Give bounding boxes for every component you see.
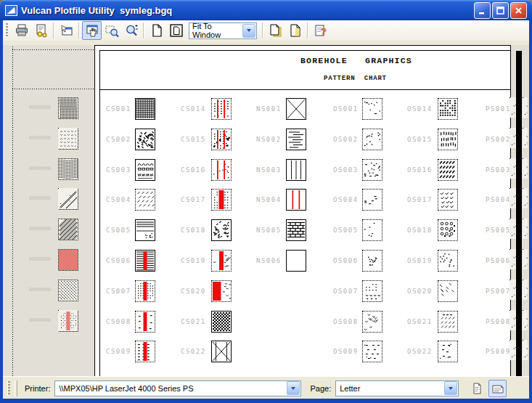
actual-size-button[interactable] [147, 21, 166, 40]
print-setup-button[interactable] [31, 21, 51, 40]
pattern-label: CS015 [181, 136, 206, 143]
pattern-swatch-redlines-2 [286, 189, 306, 211]
page-icon [150, 23, 164, 38]
export-icon [60, 23, 74, 38]
pattern-label: CS008 [106, 318, 131, 325]
pattern-swatch-hdash-dots [362, 341, 382, 362]
pattern-label: OS020 [407, 288, 433, 295]
printer-bar-grip[interactable] [7, 381, 10, 396]
print-icon [15, 23, 29, 38]
app-window: Vulcan Plotfile Utility symleg.bgq [0, 0, 532, 403]
pattern-swatch-dots-cluster [362, 250, 382, 272]
previous-page-button[interactable] [266, 21, 285, 40]
pattern-swatch-dots-scatter-med [523, 128, 528, 148]
pattern-swatch-sqdots-dense [438, 98, 458, 120]
toolbar-separator [53, 23, 54, 38]
pattern-swatch-vlines-3 [286, 159, 306, 181]
chart-subtitle: PATTERN CHART [324, 75, 387, 82]
pattern-swatch-dots-scatter-med [523, 219, 528, 239]
pattern-label: CS001 [106, 105, 131, 113]
zoom-window-button[interactable] [102, 21, 121, 40]
pattern-swatch-dots-scatter-med [362, 129, 382, 150]
pattern-label: CS009 [106, 348, 131, 355]
pattern-label: CS003 [106, 166, 131, 174]
print-setup-icon [34, 23, 49, 38]
zoom-button[interactable] [121, 21, 141, 40]
offpage-swatch-fragment [523, 97, 528, 118]
pattern-swatch-dots-sparse-2redlines [211, 159, 232, 181]
pattern-swatch-specks-med [362, 311, 382, 333]
fit-page-button[interactable] [166, 21, 186, 40]
toolbar-grip[interactable] [5, 23, 8, 38]
pattern-swatch-dots-dense-specks [362, 159, 382, 181]
pattern-swatch-x-verticals [211, 341, 232, 362]
pattern-label: OS005 [333, 227, 359, 234]
pattern-label: CS022 [181, 348, 206, 355]
maximize-button[interactable] [492, 2, 509, 19]
pattern-label: OS002 [333, 136, 359, 143]
next-page-button[interactable] [285, 21, 305, 40]
landscape-button[interactable] [488, 380, 507, 397]
pattern-label: OS009 [333, 348, 359, 355]
printer-select[interactable]: \\MPX05\HP LaserJet 4000 Series PS [54, 380, 301, 396]
offpage-swatch-fragment [510, 310, 516, 330]
pattern-swatch-dots-scatter-med [523, 158, 528, 179]
chevron-down-icon[interactable] [444, 381, 457, 395]
offpage-pattern-label [29, 105, 51, 109]
offpage-swatch-fragment [510, 97, 516, 118]
chart-title: BOREHOLE GRAPHICS [300, 56, 412, 65]
pattern-label: OS021 [407, 318, 433, 325]
page-size-label: Page: [310, 384, 331, 393]
pattern-swatch-coal [135, 159, 155, 181]
next-page-icon [288, 23, 303, 38]
close-button[interactable] [510, 2, 527, 19]
page-size-select[interactable]: Letter [335, 380, 459, 396]
export-button[interactable] [57, 21, 76, 40]
pattern-label: OS015 [407, 136, 433, 143]
pattern-label: OS014 [407, 105, 433, 113]
close-icon [514, 6, 523, 15]
offpage-swatch-fragment [510, 249, 516, 269]
pattern-label: OS006 [333, 257, 359, 264]
page-size-value: Letter [336, 384, 443, 393]
toolbar-separator [307, 23, 308, 38]
printer-bar-separator [15, 380, 17, 396]
offpage-pattern-label [29, 136, 51, 139]
pan-hand-icon [85, 23, 99, 38]
portrait-page-icon [470, 382, 483, 395]
pan-button[interactable] [82, 21, 102, 40]
zoom-in-out-icon [124, 23, 139, 38]
chevron-down-icon[interactable] [242, 24, 255, 38]
pattern-label: OS008 [333, 318, 359, 325]
pattern-label: OS016 [407, 166, 433, 174]
pattern-label: PS005 [486, 227, 511, 234]
offpage-swatch-fragment [510, 188, 516, 208]
zoom-level-select[interactable]: Fit To Window [189, 23, 257, 39]
pattern-swatch-dots-scatter-med [510, 340, 516, 360]
minimize-button[interactable] [474, 2, 491, 19]
chart-frame-left [99, 50, 100, 376]
pattern-label: OS018 [407, 227, 433, 234]
zoom-level-value: Fit To Window [189, 22, 242, 39]
window-border-left [0, 20, 3, 403]
help-button[interactable]: ? [311, 21, 330, 40]
pattern-swatch-dots-scatter-med [523, 340, 528, 360]
chevron-down-icon[interactable] [287, 381, 300, 395]
titlebar[interactable]: Vulcan Plotfile Utility symleg.bgq [0, 0, 532, 20]
pattern-label: NS002 [256, 136, 282, 143]
toolbar-separator [78, 23, 80, 38]
pattern-label: CS004 [106, 196, 131, 203]
pattern-swatch-dots-scatter-med [510, 219, 516, 239]
window-title: Vulcan Plotfile Utility symleg.bgq [21, 5, 474, 16]
pattern-label: OS001 [333, 105, 359, 113]
main-toolbar: Fit To Window ? [3, 20, 529, 41]
portrait-button[interactable] [467, 380, 486, 397]
pattern-label: CS021 [181, 318, 206, 325]
print-button[interactable] [12, 21, 31, 40]
pattern-swatch-dash-dot-sparse [438, 341, 458, 362]
pattern-swatch-dots-redbar-thick [211, 189, 232, 211]
offpage-title-rule [12, 89, 94, 89]
pattern-swatch-dots-scatter-med [523, 97, 528, 118]
plot-preview-area[interactable]: BOREHOLE GRAPHICS PATTERN CHART CS001CS0… [0, 41, 532, 376]
pattern-swatch-diagmarks-dense [438, 159, 458, 181]
